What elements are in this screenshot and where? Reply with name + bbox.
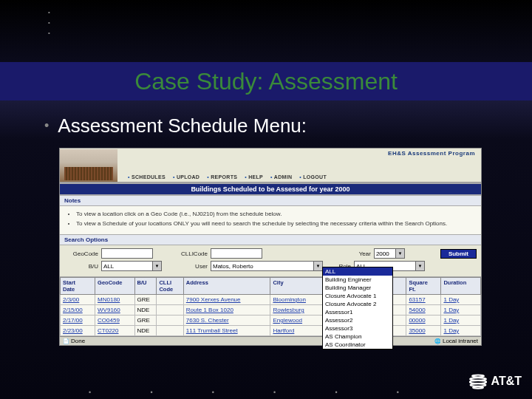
cell-clli (157, 295, 183, 305)
cell-clli (157, 305, 183, 316)
role-option[interactable]: Closure Advocate 1 (323, 292, 392, 300)
user-select[interactable]: ▼ (211, 261, 323, 271)
cell-sqft[interactable]: 54000 (406, 305, 441, 316)
role-option[interactable]: Building Manager (323, 284, 392, 292)
svg-point-0 (472, 375, 484, 378)
submit-button[interactable]: Submit (440, 249, 477, 259)
status-right: Local intranet (434, 338, 478, 344)
geocode-input[interactable] (101, 248, 153, 259)
table-row: 2/17/00CO0459GRE7630 S. ChesterEnglewood… (61, 316, 481, 326)
header-building-image (60, 149, 117, 182)
menu-reports[interactable]: REPORTS (207, 174, 237, 180)
cell-clli (157, 326, 183, 336)
menu-schedules[interactable]: SCHEDULES (128, 174, 166, 180)
col-header: CLLICode (157, 278, 183, 295)
menu-logout[interactable]: LOGOUT (299, 174, 327, 180)
cell-bu: GRE (134, 295, 157, 305)
col-header: Address (183, 278, 270, 295)
decor-dots-bottom: •••••• (0, 389, 488, 396)
app-brand: EH&S Assessment Program (388, 150, 475, 157)
notes-list: To view a location click on a Geo Code (… (60, 206, 481, 235)
col-header: GeoCode (95, 278, 134, 295)
chevron-down-icon: ▼ (416, 261, 425, 271)
cell-sqft[interactable]: 35000 (406, 326, 441, 336)
chevron-down-icon: ▼ (153, 261, 162, 271)
cell-clli (157, 316, 183, 326)
notes-title: Notes (60, 196, 481, 206)
app-window: EH&S Assessment Program SCHEDULESUPLOADR… (59, 148, 482, 346)
year-select[interactable]: ▼ (374, 248, 405, 259)
cell-bu: NDE (134, 305, 157, 316)
app-header: EH&S Assessment Program SCHEDULESUPLOADR… (60, 149, 481, 183)
cell-dur[interactable]: 1 Day (441, 305, 481, 316)
year-label: Year (359, 250, 371, 257)
slide-bullet: • Assessment Schedule Menu: (44, 115, 307, 137)
col-header: SquareFt. (406, 278, 441, 295)
menu-help[interactable]: HELP (245, 174, 263, 180)
cell-date[interactable]: 2/23/00 (61, 326, 95, 336)
cell-bu: GRE (134, 316, 157, 326)
status-left: 📄 Done (63, 338, 85, 344)
slide-title: Case Study: Assessment (134, 68, 398, 95)
menu-admin[interactable]: ADMIN (270, 174, 292, 180)
col-header: B/U (134, 278, 157, 295)
cell-dur[interactable]: 1 Day (441, 295, 481, 305)
slide-title-band: Case Study: Assessment (0, 62, 532, 100)
footer-brand-text: AT&T (491, 375, 522, 388)
table-row: 2/3/00MN0180GRE7900 Xerxes AvenueBloomin… (61, 295, 481, 305)
cell-dur[interactable]: 1 Day (441, 326, 481, 336)
cell-addr[interactable]: Route 1 Box 1020 (183, 305, 270, 316)
role-option[interactable]: ALL (323, 267, 392, 276)
menu-upload[interactable]: UPLOAD (173, 174, 200, 180)
cell-dur[interactable]: 1 Day (441, 316, 481, 326)
note-item: To view a location click on a Geo Code (… (76, 211, 478, 218)
page-banner: Buildings Scheduled to be Assessed for y… (60, 183, 481, 196)
cell-addr[interactable]: 7630 S. Chester (183, 316, 270, 326)
table-row: 2/15/00WV9160NDERoute 1 Box 1020Rowlesbu… (61, 305, 481, 316)
cell-date[interactable]: 2/17/00 (61, 316, 95, 326)
col-header: StartDate (61, 278, 95, 295)
search-title: Search Options (60, 235, 481, 245)
globe-icon (469, 372, 487, 390)
cell-date[interactable]: 2/15/00 (61, 305, 95, 316)
cell-sqft[interactable]: 63157 (406, 295, 441, 305)
footer-brand: AT&T (469, 372, 522, 390)
bu-label: B/U (64, 263, 98, 270)
role-option[interactable]: Assessor1 (323, 308, 392, 316)
role-option[interactable]: Closure Advocate 2 (323, 300, 392, 308)
schedule-table: StartDateGeoCodeB/UCLLICodeAddressCitySq… (60, 277, 481, 336)
role-option[interactable]: AS Coordinator (323, 341, 392, 349)
cell-sqft[interactable]: 00000 (406, 316, 441, 326)
role-option[interactable]: Building Engineer (323, 276, 392, 284)
chevron-down-icon: ▼ (396, 248, 405, 259)
bu-select[interactable]: ▼ (101, 261, 162, 271)
clli-label: CLLICode (163, 250, 208, 257)
cell-geo[interactable]: MN0180 (95, 295, 134, 305)
menubar: SCHEDULESUPLOADREPORTSHELPADMINLOGOUT (128, 174, 475, 180)
cell-geo[interactable]: CT0220 (95, 326, 134, 336)
note-item: To view a Schedule of your locations ONL… (76, 220, 478, 228)
svg-point-3 (470, 383, 485, 386)
role-option[interactable]: AS Champion (323, 332, 392, 341)
status-bar: 📄 Done Local intranet (60, 336, 481, 345)
clli-input[interactable] (211, 248, 262, 259)
cell-addr[interactable]: 111 Trumball Street (183, 326, 270, 336)
cell-geo[interactable]: WV9160 (95, 305, 134, 316)
cell-addr[interactable]: 7900 Xerxes Avenue (183, 295, 270, 305)
slide-bullet-text: Assessment Schedule Menu: (58, 115, 307, 137)
cell-bu: NDE (134, 326, 157, 336)
search-options: GeoCode CLLICode Year ▼ Submit B/U ▼ Use… (60, 245, 481, 277)
cell-date[interactable]: 2/3/00 (61, 295, 95, 305)
bullet-icon: • (44, 118, 49, 134)
table-row: 2/23/00CT0220NDE111 Trumball StreetHartf… (61, 326, 481, 336)
cell-geo[interactable]: CO0459 (95, 316, 134, 326)
role-option[interactable]: Assessor2 (323, 316, 392, 324)
geocode-label: GeoCode (64, 250, 98, 257)
role-dropdown-list[interactable]: ALLBuilding EngineerBuilding ManagerClos… (322, 267, 393, 349)
col-header: Duration (441, 278, 481, 295)
role-option[interactable]: Assessor3 (323, 324, 392, 332)
decor-dots-tl: ••• (48, 7, 50, 38)
user-label: User (172, 263, 208, 270)
